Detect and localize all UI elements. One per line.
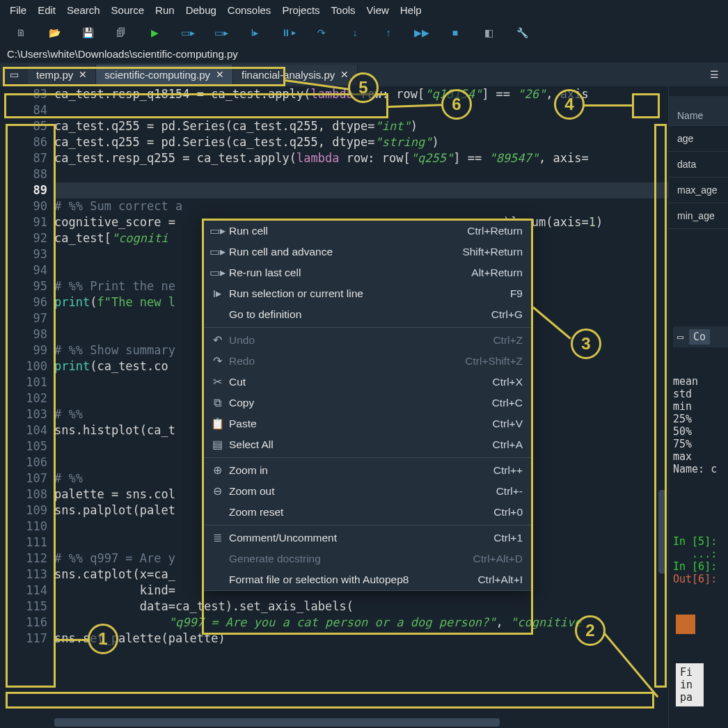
menu-item-shortcut: Ctrl+Return xyxy=(467,225,523,237)
menu-item-label: Undo xyxy=(229,334,487,347)
menu-item-shortcut: Ctrl+Alt+I xyxy=(477,573,523,586)
open-folder-icon[interactable]: 📂 xyxy=(47,26,61,40)
menu-view[interactable]: View xyxy=(363,3,393,17)
console-output-block xyxy=(676,615,695,634)
vertical-scrollbar[interactable] xyxy=(658,212,667,699)
menu-item[interactable]: ▭▸Run cellCtrl+Return xyxy=(204,221,531,242)
layout-icon[interactable]: ◧ xyxy=(482,26,496,40)
menu-item[interactable]: ⊕Zoom inCtrl++ xyxy=(204,460,531,481)
menu-item-shortcut: F9 xyxy=(510,287,523,300)
tab-label: scientific-computing.py xyxy=(104,69,210,81)
menu-item[interactable]: ▭▸Run cell and advanceShift+Return xyxy=(204,242,531,262)
menu-item-icon: ⊖ xyxy=(211,485,223,498)
editor-tab[interactable]: scientific-computing.py✕ xyxy=(96,65,233,85)
menu-item[interactable]: ≣Comment/UncommentCtrl+1 xyxy=(204,528,531,548)
menu-run[interactable]: Run xyxy=(151,3,179,17)
variable-row[interactable]: min_age xyxy=(669,203,728,229)
menu-item-shortcut: Ctrl+X xyxy=(493,376,523,388)
console-tab[interactable]: Co xyxy=(689,329,710,345)
menu-item-label: Select All xyxy=(229,438,487,451)
console-output-line: 50% xyxy=(673,425,728,438)
stop-icon[interactable]: ■ xyxy=(448,26,462,40)
close-icon[interactable]: ✕ xyxy=(79,69,87,80)
menu-item-icon: ↷ xyxy=(211,355,223,367)
menu-item: Generate docstringCtrl+Alt+D xyxy=(204,548,531,569)
menu-item-label: Re-run last cell xyxy=(229,267,466,279)
console-panel-icon[interactable]: ▭ xyxy=(677,331,683,343)
menu-item[interactable]: ⧉CopyCtrl+C xyxy=(204,393,531,413)
menu-item-icon: ▤ xyxy=(211,438,223,451)
step-into-icon[interactable]: ↓ xyxy=(348,26,362,40)
console-line: In [6]: xyxy=(673,560,728,573)
console-tail-line: pa xyxy=(680,691,699,704)
menu-item[interactable]: ▤Select AllCtrl+A xyxy=(204,434,531,455)
menu-item-icon: ⊕ xyxy=(211,464,223,477)
close-icon[interactable]: ✕ xyxy=(216,69,224,80)
menu-item[interactable]: ⊖Zoom outCtrl+- xyxy=(204,481,531,502)
run-cell-advance-icon[interactable]: ▭▸ xyxy=(214,26,228,40)
menu-source[interactable]: Source xyxy=(107,3,149,17)
menu-item-icon: ↶ xyxy=(211,334,223,347)
menu-item-shortcut: Ctrl+Alt+D xyxy=(473,553,523,565)
menu-item-label: Go to definition xyxy=(229,308,486,321)
menu-item[interactable]: Go to definitionCtrl+G xyxy=(204,304,531,325)
menu-item-shortcut: Ctrl+- xyxy=(496,485,523,498)
console-output-line: max xyxy=(673,450,728,463)
console-output-line: 25% xyxy=(673,413,728,425)
run-icon[interactable]: ▶ xyxy=(148,26,161,40)
panel-icon[interactable]: ▭ xyxy=(0,69,28,80)
menu-file[interactable]: File xyxy=(6,3,31,17)
menu-item-label: Paste xyxy=(229,418,487,430)
step-out-icon[interactable]: ↑ xyxy=(381,26,395,40)
menu-item-shortcut: Ctrl+1 xyxy=(493,532,523,544)
menu-item[interactable]: I▸Run selection or current lineF9 xyxy=(204,283,531,304)
menu-item-icon: ⧉ xyxy=(211,397,223,409)
variable-row[interactable]: age xyxy=(669,126,728,152)
run-cell-icon[interactable]: ▭▸ xyxy=(181,26,195,40)
editor-tab[interactable]: temp.py✕ xyxy=(28,65,96,85)
menu-consoles[interactable]: Consoles xyxy=(223,3,276,17)
editor-context-menu: ▭▸Run cellCtrl+Return▭▸Run cell and adva… xyxy=(203,220,532,591)
menu-item-shortcut: Ctrl+0 xyxy=(493,506,523,519)
menu-item-shortcut: Ctrl++ xyxy=(493,464,523,477)
variable-row[interactable]: max_age xyxy=(669,177,728,203)
editor-tab[interactable]: financial-analysis.py✕ xyxy=(233,65,358,85)
menu-item[interactable]: Format file or selection with Autopep8Ct… xyxy=(204,569,531,590)
tab-label: temp.py xyxy=(36,69,73,81)
run-selection-icon[interactable]: I▸ xyxy=(248,26,262,40)
new-file-icon[interactable]: 🗎 xyxy=(14,26,28,40)
preferences-icon[interactable]: 🔧 xyxy=(515,26,529,40)
close-icon[interactable]: ✕ xyxy=(340,69,349,80)
menu-search[interactable]: Search xyxy=(63,3,104,17)
menu-item-shortcut: Ctrl+V xyxy=(493,418,523,430)
variable-row[interactable]: data xyxy=(669,152,728,177)
step-over-icon[interactable]: ↷ xyxy=(315,26,329,40)
menu-item-icon: ✂ xyxy=(211,376,223,388)
menu-item[interactable]: Zoom resetCtrl+0 xyxy=(204,502,531,523)
menu-projects[interactable]: Projects xyxy=(278,3,324,17)
console-line: ...: xyxy=(673,548,728,560)
menu-help[interactable]: Help xyxy=(396,3,426,17)
debug-icon[interactable]: ⏸▶ xyxy=(281,26,295,40)
line-number-gutter: 8384858687888990919293949596979899100101… xyxy=(0,86,54,717)
console-output-line: 75% xyxy=(673,438,728,450)
menu-edit[interactable]: Edit xyxy=(33,3,60,17)
menu-tools[interactable]: Tools xyxy=(327,3,360,17)
menu-item[interactable]: ▭▸Re-run last cellAlt+Return xyxy=(204,262,531,283)
ipython-console[interactable]: ▭Co meanstdmin25%50%75%maxName: c In [5]… xyxy=(669,299,728,728)
tab-options-icon[interactable]: ☰ xyxy=(704,65,724,84)
save-icon[interactable]: 💾 xyxy=(81,26,95,40)
variable-explorer-header[interactable]: Name xyxy=(669,96,728,126)
menu-item-icon: I▸ xyxy=(211,287,223,300)
menu-item-label: Zoom reset xyxy=(229,506,488,519)
continue-icon[interactable]: ▶▶ xyxy=(415,26,429,40)
menu-item[interactable]: 📋PasteCtrl+V xyxy=(204,413,531,434)
console-line: In [5]: xyxy=(673,535,728,548)
main-toolbar: 🗎 📂 💾 🗐 ▶ ▭▸ ▭▸ I▸ ⏸▶ ↷ ↓ ↑ ▶▶ ■ ◧ 🔧 xyxy=(0,20,728,45)
menu-debug[interactable]: Debug xyxy=(182,3,221,17)
console-output-line: mean xyxy=(673,375,728,388)
save-all-icon[interactable]: 🗐 xyxy=(114,26,128,40)
menu-item-shortcut: Ctrl+Z xyxy=(493,334,523,347)
menu-item[interactable]: ✂CutCtrl+X xyxy=(204,372,531,393)
horizontal-scrollbar[interactable] xyxy=(6,717,663,728)
